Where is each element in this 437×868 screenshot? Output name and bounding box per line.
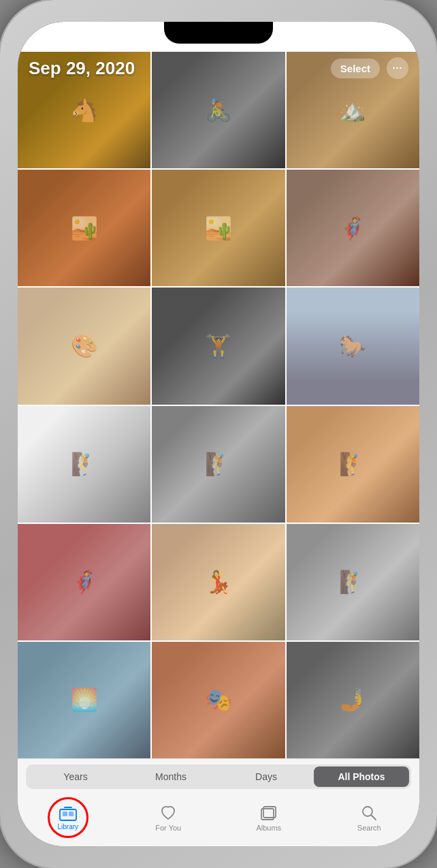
photo-9-content: 🐎 [287,288,419,404]
svg-line-6 [372,815,376,820]
photo-cell-15[interactable]: 🧗 [287,524,419,640]
tab-item-for-you[interactable]: For You [118,804,219,832]
photo-5-content: 🏜️ [152,170,285,286]
photo-17-content: 🎭 [152,642,285,758]
photo-cell-17[interactable]: 🎭 [152,642,285,758]
library-circle[interactable]: Library [48,797,88,838]
photo-cell-7[interactable]: 🎨 [18,288,150,404]
battery-icon [383,36,400,45]
tab-label-search: Search [357,824,381,832]
photo-13-content: 🦸 [18,524,150,640]
bottom-area: Years Months Days All Photos [18,758,419,846]
status-time: 6:44 [37,34,59,46]
phone-frame: 6:44 [0,0,437,868]
photo-8-content: 🏋️ [152,288,285,404]
photo-cell-10[interactable]: 🧗 [18,406,150,523]
header-buttons: Select ··· [331,57,408,79]
photo-4-content: 🏜️ [18,170,150,286]
tab-item-search[interactable]: Search [319,804,420,832]
photo-cell-11[interactable]: 🧗 [152,406,285,523]
for-you-icon [159,804,178,822]
tab-bar: Library For You [18,794,419,841]
svg-rect-0 [60,809,76,820]
status-icons [349,35,400,46]
tab-item-library[interactable]: Library [18,797,118,838]
photo-cell-8[interactable]: 🏋️ [152,288,285,404]
timeline-selector: Years Months Days All Photos [26,764,411,789]
photo-7-content: 🎨 [18,288,150,404]
date-title: Sep 29, 2020 [29,58,135,79]
photo-10-content: 🧗 [18,406,150,523]
photo-cell-12[interactable]: 🧗 [287,406,419,523]
photo-18-content: 🤳 [287,642,419,758]
photo-14-content: 💃 [152,524,285,640]
photo-grid: 🐴 🚴 🏔️ 🏜️ 🏜️ [18,52,419,758]
search-icon [359,804,378,822]
tab-item-albums[interactable]: Albums [218,804,319,832]
photo-cell-9[interactable]: 🐎 [287,288,419,404]
photo-cell-13[interactable]: 🦸 [18,524,150,640]
library-icon [59,805,77,822]
photo-6-content: 🦸 [287,170,419,286]
timeline-tab-days[interactable]: Days [218,766,314,787]
signal-icon [349,37,363,44]
albums-icon [259,804,278,822]
wifi-icon [368,35,378,46]
tab-label-for-you: For You [155,824,181,832]
photo-cell-4[interactable]: 🏜️ [18,170,150,286]
photo-cell-14[interactable]: 💃 [152,524,285,640]
more-button[interactable]: ··· [387,57,408,79]
photo-cell-18[interactable]: 🤳 [287,642,419,758]
svg-rect-1 [63,811,67,816]
timeline-tab-months[interactable]: Months [123,766,218,787]
header-overlay: Sep 29, 2020 Select ··· [18,52,419,84]
phone-inner: 6:44 [18,22,419,846]
svg-rect-2 [69,811,74,816]
photo-15-content: 🧗 [287,524,419,640]
photo-16-content: 🌅 [18,642,150,758]
notch [164,22,273,44]
photo-12-content: 🧗 [287,406,419,523]
photo-cell-5[interactable]: 🏜️ [152,170,285,286]
tab-label-albums: Albums [256,824,281,832]
photos-scroll: 🐴 🚴 🏔️ 🏜️ 🏜️ [18,52,419,758]
select-button[interactable]: Select [331,59,380,78]
timeline-tab-all-photos[interactable]: All Photos [314,766,409,787]
tab-label-library: Library [57,823,78,831]
photo-11-content: 🧗 [152,406,285,523]
timeline-tab-years[interactable]: Years [28,766,123,787]
photos-area: 🐴 🚴 🏔️ 🏜️ 🏜️ [18,52,419,758]
photo-cell-6[interactable]: 🦸 [287,170,419,286]
screen: 6:44 [18,22,419,846]
photo-cell-16[interactable]: 🌅 [18,642,150,758]
